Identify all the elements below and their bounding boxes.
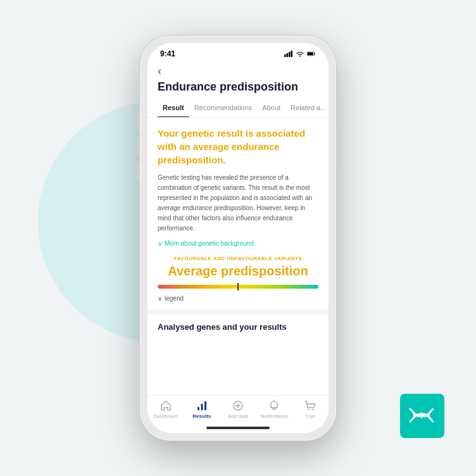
nav-item-notifications[interactable]: Notifications <box>256 399 292 419</box>
tab-about[interactable]: About <box>257 99 285 118</box>
gradient-bar <box>158 285 318 289</box>
status-icons <box>284 51 316 57</box>
svg-rect-3 <box>284 54 286 57</box>
brand-badge <box>400 394 444 438</box>
home-indicator <box>147 424 329 433</box>
bottom-nav: Dashboard Results Ad <box>147 395 329 424</box>
page-header: ‹ Endurance predisposition <box>147 61 329 99</box>
home-icon <box>160 399 172 412</box>
wifi-icon <box>296 51 304 57</box>
page-title: Endurance predisposition <box>158 80 318 94</box>
nav-item-add-data[interactable]: Add data <box>220 399 256 419</box>
tab-recommendations[interactable]: Recommendations <box>189 99 258 118</box>
cart-icon <box>304 399 316 412</box>
result-title: Your genetic result is associated with a… <box>158 127 318 166</box>
nav-label-dashboard: Dashboard <box>153 413 178 419</box>
scroll-content[interactable]: Your genetic result is associated with a… <box>147 118 329 395</box>
tab-result[interactable]: Result <box>158 99 189 118</box>
status-bar: 9:41 <box>147 43 329 61</box>
bell-icon <box>268 399 280 412</box>
legend-label: legend <box>165 295 184 302</box>
phone-frame: 9:41 <box>140 35 336 441</box>
gradient-bar-indicator <box>237 283 239 291</box>
tabs-bar: Result Recommendations About Related a..… <box>147 99 329 118</box>
more-link-label: More about genetic background <box>165 240 254 247</box>
back-button[interactable]: ‹ <box>158 65 161 78</box>
svg-rect-5 <box>289 52 291 57</box>
chart-icon <box>196 399 208 412</box>
nav-label-add-data: Add data <box>228 413 248 419</box>
phone-screen: 9:41 <box>147 43 329 433</box>
result-body: Genetic testing has revealed the presenc… <box>158 173 318 234</box>
section-divider <box>147 310 329 315</box>
more-link[interactable]: ∨ More about genetic background <box>158 240 318 247</box>
nav-item-results[interactable]: Results <box>184 399 220 419</box>
nav-item-cart[interactable]: Cart <box>292 399 329 419</box>
tab-related[interactable]: Related a... <box>285 99 329 118</box>
gradient-bar-container <box>158 285 318 289</box>
nav-label-results: Results <box>192 413 211 419</box>
signal-icon <box>284 51 293 57</box>
svg-point-16 <box>308 409 310 410</box>
predisposition-label: Average predisposition <box>158 264 318 279</box>
status-time: 9:41 <box>160 49 175 58</box>
svg-rect-4 <box>287 53 289 57</box>
battery-icon <box>307 51 316 57</box>
analysed-section-title: Analysed genes and your results <box>158 322 318 332</box>
nav-item-dashboard[interactable]: Dashboard <box>147 399 184 419</box>
svg-rect-11 <box>204 401 206 410</box>
legend-chevron-icon: ∨ <box>158 295 162 302</box>
nav-label-cart: Cart <box>306 413 315 419</box>
legend-toggle[interactable]: ∨ legend <box>158 295 318 302</box>
svg-rect-8 <box>308 53 313 55</box>
home-bar <box>206 427 270 429</box>
chevron-down-icon: ∨ <box>158 240 162 247</box>
nav-label-notifications: Notifications <box>260 413 288 419</box>
svg-point-17 <box>313 409 314 410</box>
svg-rect-9 <box>197 407 199 410</box>
svg-rect-10 <box>201 404 203 410</box>
phone-wrapper: 9:41 <box>140 35 336 441</box>
variants-section: FAVOURABLE AND UNFAVOURABLE VARIANTS Ave… <box>158 256 318 279</box>
svg-rect-6 <box>291 51 293 57</box>
variants-label: FAVOURABLE AND UNFAVOURABLE VARIANTS <box>158 256 318 261</box>
plus-circle-icon <box>232 399 244 412</box>
